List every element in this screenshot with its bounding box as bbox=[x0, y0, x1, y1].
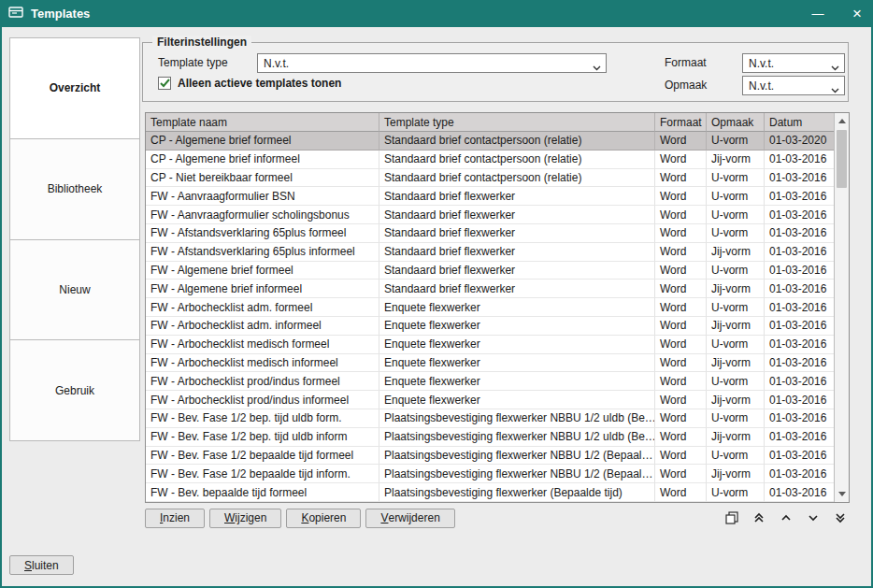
wijzigen-button[interactable]: Wijzigen bbox=[209, 509, 281, 528]
cell-datum: 01-03-2016 bbox=[765, 354, 834, 373]
column-header-datum[interactable]: Datum bbox=[765, 113, 834, 132]
table-row[interactable]: CP - Algemene brief formeel Standaard br… bbox=[146, 132, 834, 151]
scroll-down-icon[interactable] bbox=[835, 486, 849, 502]
table-row[interactable]: FW - Arbochecklist prod/indus formeel En… bbox=[146, 372, 834, 391]
table-row[interactable]: FW - Bev. bepaalde tijd formeel Plaatsin… bbox=[146, 483, 834, 502]
actions-row: Inzien Wijzigen Kopieren Verwijderen bbox=[145, 508, 850, 528]
cell-formaat: Word bbox=[655, 262, 707, 280]
cell-template-type: Enquete flexwerker bbox=[379, 391, 655, 409]
cell-template-type: Standaard brief contactpersoon (relatie) bbox=[379, 132, 655, 151]
column-header-formaat[interactable]: Formaat bbox=[655, 113, 707, 132]
column-header-template-naam[interactable]: Template naam bbox=[146, 113, 379, 132]
table-row[interactable]: FW - Bev. Fase 1/2 bepaalde tijd formeel… bbox=[146, 447, 834, 466]
cell-template-naam: FW - Arbochecklist prod/indus informeel bbox=[146, 391, 379, 409]
cell-datum: 01-03-2016 bbox=[765, 391, 834, 409]
chevron-double-up-icon[interactable] bbox=[750, 509, 768, 527]
cell-datum: 01-03-2016 bbox=[765, 483, 834, 502]
table-row[interactable]: FW - Arbochecklist medisch formeel Enque… bbox=[146, 336, 834, 354]
cell-template-type: Standaard brief flexwerker bbox=[379, 243, 655, 262]
template-type-dropdown[interactable]: N.v.t. bbox=[257, 53, 607, 73]
cell-template-naam: FW - Afstandsverklaring 65plus informeel bbox=[146, 243, 379, 262]
table-row[interactable]: FW - Aanvraagformulier scholingsbonus St… bbox=[146, 206, 834, 224]
table-row[interactable]: FW - Arbochecklist medisch informeel Enq… bbox=[146, 354, 834, 373]
cell-opmaak: U-vorm bbox=[707, 262, 765, 280]
cell-opmaak: Jij-vorm bbox=[707, 280, 765, 298]
column-header-template-type[interactable]: Template type bbox=[379, 113, 655, 132]
minimize-button[interactable]: — bbox=[802, 0, 834, 27]
cell-formaat: Word bbox=[655, 187, 707, 206]
inzien-button[interactable]: Inzien bbox=[145, 509, 205, 528]
window-title: Templates bbox=[31, 7, 90, 21]
formaat-value: N.v.t. bbox=[749, 57, 774, 70]
cell-opmaak: U-vorm bbox=[707, 132, 765, 151]
table-row[interactable]: FW - Arbochecklist prod/indus informeel … bbox=[146, 391, 834, 409]
table-row[interactable]: CP - Niet bereikbaar formeel Standaard b… bbox=[146, 169, 834, 188]
cell-template-type: Plaatsingsbevestiging flexwerker (Bepaal… bbox=[379, 483, 655, 502]
sidebar-item-bibliotheek[interactable]: Bibliotheek bbox=[9, 138, 140, 240]
chevron-up-icon[interactable] bbox=[777, 509, 795, 527]
copy-pages-icon[interactable] bbox=[723, 509, 741, 527]
table-row[interactable]: CP - Algemene brief informeel Standaard … bbox=[146, 151, 834, 169]
check-icon bbox=[160, 79, 170, 88]
scrollbar-track[interactable] bbox=[835, 129, 849, 486]
cell-datum: 01-03-2016 bbox=[765, 187, 834, 206]
table-row[interactable]: FW - Afstandsverklaring 65plus formeel S… bbox=[146, 224, 834, 243]
cell-template-naam: CP - Algemene brief formeel bbox=[146, 132, 379, 151]
cell-template-type: Plaatsingsbevestiging flexwerker NBBU 1/… bbox=[379, 447, 655, 466]
kopieren-button[interactable]: Kopieren bbox=[286, 509, 361, 528]
templates-table: Template naam Template type Formaat Opma… bbox=[145, 112, 850, 503]
cell-formaat: Word bbox=[655, 372, 707, 391]
cell-template-type: Standaard brief flexwerker bbox=[379, 280, 655, 298]
cell-opmaak: U-vorm bbox=[707, 372, 765, 391]
table-row[interactable]: FW - Bev. Fase 1/2 bep. tijd uldb form. … bbox=[146, 409, 834, 428]
table-row[interactable]: FW - Arbochecklist adm. informeel Enquet… bbox=[146, 317, 834, 336]
cell-opmaak: U-vorm bbox=[707, 206, 765, 224]
cell-formaat: Word bbox=[655, 447, 707, 466]
cell-template-naam: FW - Afstandsverklaring 65plus formeel bbox=[146, 224, 379, 243]
cell-template-naam: FW - Arbochecklist prod/indus formeel bbox=[146, 372, 379, 391]
cell-opmaak: U-vorm bbox=[707, 483, 765, 502]
formaat-dropdown[interactable]: N.v.t. bbox=[742, 53, 845, 73]
cell-template-type: Standaard brief flexwerker bbox=[379, 224, 655, 243]
cell-template-naam: FW - Bev. Fase 1/2 bep. tijd uldb form. bbox=[146, 409, 379, 428]
cell-template-naam: FW - Aanvraagformulier BSN bbox=[146, 187, 379, 206]
scrollbar-thumb[interactable] bbox=[837, 130, 847, 188]
cell-formaat: Word bbox=[655, 483, 707, 502]
column-header-opmaak[interactable]: Opmaak bbox=[707, 113, 765, 132]
active-only-checkbox[interactable] bbox=[158, 77, 171, 90]
table-row[interactable]: FW - Algemene brief formeel Standaard br… bbox=[146, 262, 834, 280]
table-row[interactable]: FW - Aanvraagformulier BSN Standaard bri… bbox=[146, 187, 834, 206]
cell-opmaak: U-vorm bbox=[707, 447, 765, 466]
cell-template-naam: FW - Arbochecklist medisch informeel bbox=[146, 354, 379, 373]
cell-template-type: Plaatsingsbevestiging flexwerker NBBU 1/… bbox=[379, 428, 655, 447]
sidebar-item-gebruik[interactable]: Gebruik bbox=[9, 339, 140, 441]
active-only-checkbox-row[interactable]: Alleen actieve templates tonen bbox=[158, 77, 341, 90]
sidebar-item-overzicht[interactable]: Overzicht bbox=[9, 37, 140, 139]
cell-opmaak: Jij-vorm bbox=[707, 317, 765, 336]
table-row[interactable]: FW - Arbochecklist adm. formeel Enquete … bbox=[146, 298, 834, 317]
cell-template-type: Standaard brief flexwerker bbox=[379, 262, 655, 280]
chevron-down-icon bbox=[831, 61, 839, 74]
scroll-up-icon[interactable] bbox=[835, 113, 849, 129]
sidebar-item-nieuw[interactable]: Nieuw bbox=[9, 239, 140, 341]
cell-template-type: Standaard brief contactpersoon (relatie) bbox=[379, 151, 655, 169]
sidebar: Overzicht Bibliotheek Nieuw Gebruik bbox=[9, 37, 140, 441]
cell-datum: 01-03-2016 bbox=[765, 243, 834, 262]
vertical-scrollbar[interactable] bbox=[834, 113, 849, 502]
table-row[interactable]: FW - Bev. Fase 1/2 bepaalde tijd inform.… bbox=[146, 465, 834, 483]
table-row[interactable]: FW - Afstandsverklaring 65plus informeel… bbox=[146, 243, 834, 262]
table-row[interactable]: FW - Algemene brief informeel Standaard … bbox=[146, 280, 834, 298]
table-row[interactable]: FW - Bev. Fase 1/2 bep. tijd uldb inform… bbox=[146, 428, 834, 447]
sluiten-button[interactable]: Sluiten bbox=[9, 555, 74, 575]
opmaak-dropdown[interactable]: N.v.t. bbox=[742, 76, 845, 95]
formaat-label: Formaat bbox=[665, 56, 707, 69]
cell-opmaak: U-vorm bbox=[707, 224, 765, 243]
cell-datum: 01-03-2016 bbox=[765, 447, 834, 466]
cell-template-naam: FW - Arbochecklist adm. formeel bbox=[146, 298, 379, 317]
chevron-down-icon[interactable] bbox=[804, 509, 823, 527]
verwijderen-button[interactable]: Verwijderen bbox=[365, 509, 454, 528]
chevron-double-down-icon[interactable] bbox=[831, 509, 850, 527]
close-button[interactable]: × bbox=[841, 0, 873, 27]
cell-opmaak: Jij-vorm bbox=[707, 243, 765, 262]
cell-opmaak: U-vorm bbox=[707, 409, 765, 428]
